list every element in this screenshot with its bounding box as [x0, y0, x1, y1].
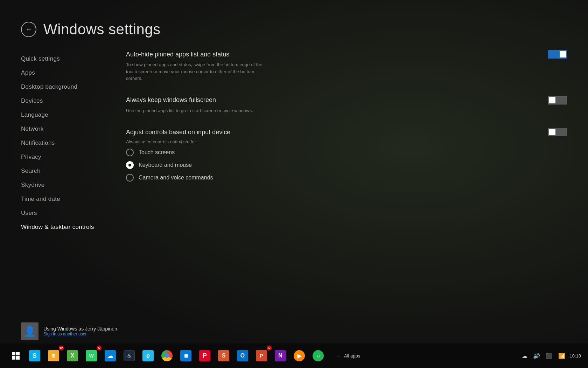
taskbar-onenote[interactable]: N	[272, 347, 289, 364]
taskbar-skype[interactable]: S	[26, 347, 43, 364]
taskbar-spotify[interactable]: ♫	[309, 347, 327, 364]
fullscreen-desc: Use the pinned apps list to go to start …	[126, 107, 266, 114]
skype-icon: S	[29, 350, 40, 361]
adjust-controls-title: Adjust controls based on input device	[126, 129, 230, 136]
adjust-controls-toggle-thumb	[549, 129, 555, 135]
outlook-icon: O	[237, 350, 248, 361]
taskbar-slides[interactable]: S	[215, 347, 232, 364]
radio-keyboard-label: Keyboard and mouse	[139, 162, 192, 168]
taskbar-vlc[interactable]: ▶	[290, 347, 308, 364]
auto-hide-setting: Auto-hide pinned apps list and status To…	[126, 50, 567, 82]
taskbar-store[interactable]: ⊞ 12	[45, 347, 62, 364]
all-apps-icon: ⋯	[336, 353, 342, 359]
page-title: Windows settings	[43, 21, 161, 38]
radio-touch-screens[interactable]: Touch screens	[126, 149, 567, 156]
sidebar-item-window-taskbar[interactable]: Window & taskbar controls	[21, 220, 119, 234]
radio-keyboard-mouse[interactable]: Keyboard and mouse	[126, 161, 567, 169]
taskbar: S ⊞ 12 X W 5 ☁ ♨ e ▦ P	[0, 343, 588, 368]
powerpoint-badge: 5	[267, 346, 272, 350]
taskbar-whatsapp[interactable]: W 5	[83, 347, 100, 364]
avatar: 👤	[21, 322, 38, 340]
sidebar-item-network[interactable]: Network	[21, 122, 119, 136]
radio-touch-circle	[126, 149, 134, 156]
radio-camera-voice[interactable]: Camera and voice commands	[126, 174, 567, 182]
taskbar-pinterest[interactable]: P	[196, 347, 214, 364]
vlc-icon: ▶	[294, 350, 305, 361]
network-icon[interactable]: 📶	[557, 351, 567, 361]
taskbar-steam[interactable]: ♨	[120, 347, 138, 364]
radio-camera-circle	[126, 174, 134, 182]
sidebar-item-privacy[interactable]: Privacy	[21, 150, 119, 164]
header: ← Windows settings	[0, 0, 588, 48]
taskbar-xbox[interactable]: X	[64, 347, 81, 364]
taskbar-calendar[interactable]: ▦	[177, 347, 195, 364]
ie-icon: e	[142, 350, 154, 361]
main-layout: Quick settings Apps Desktop background D…	[0, 48, 588, 368]
fullscreen-header: Always keep windows fullscreen	[126, 96, 567, 104]
back-icon: ←	[26, 26, 32, 33]
radio-touch-label: Touch screens	[139, 149, 175, 156]
adjust-controls-header: Adjust controls based on input device	[126, 128, 567, 136]
fullscreen-toggle[interactable]	[548, 96, 567, 104]
adjust-controls-toggle[interactable]	[548, 128, 567, 136]
taskbar-right: ☁ 🔊 ⬛ 📶 10:18	[520, 351, 581, 361]
radio-camera-label: Camera and voice commands	[139, 175, 213, 181]
user-name: Using Windows as Jerry Jäppinen	[43, 326, 117, 332]
pinterest-icon: P	[199, 350, 210, 361]
powerpoint-icon: P	[256, 350, 267, 361]
slides-icon: S	[218, 350, 229, 361]
sidebar-item-quick-settings[interactable]: Quick settings	[21, 52, 119, 66]
whatsapp-icon: W	[86, 350, 97, 361]
taskbar-onedrive[interactable]: ☁	[102, 347, 119, 364]
start-button[interactable]	[7, 347, 24, 364]
taskbar-outlook[interactable]: O	[234, 347, 251, 364]
sidebar-item-search[interactable]: Search	[21, 164, 119, 178]
back-button[interactable]: ←	[21, 22, 36, 37]
steam-icon: ♨	[124, 350, 135, 361]
input-device-radio-group: Touch screens Keyboard and mouse Camera …	[126, 149, 567, 182]
sidebar-item-users[interactable]: Users	[21, 206, 119, 220]
windows-logo	[12, 352, 20, 360]
xbox-icon: X	[67, 350, 78, 361]
sign-in-link[interactable]: Sign in as another user	[43, 332, 117, 336]
auto-hide-desc: To show pinned apps and status, swipe fr…	[126, 61, 266, 82]
adjust-controls-sub-label: Always used controls optimized for	[126, 139, 567, 144]
clock: 10:18	[569, 353, 581, 359]
all-apps-button[interactable]: ⋯ All apps	[333, 350, 364, 361]
sidebar-item-devices[interactable]: Devices	[21, 94, 119, 108]
sidebar: Quick settings Apps Desktop background D…	[21, 48, 119, 368]
sidebar-item-language[interactable]: Language	[21, 108, 119, 122]
all-apps-label: All apps	[344, 353, 360, 359]
auto-hide-title: Auto-hide pinned apps list and status	[126, 51, 229, 58]
user-info: Using Windows as Jerry Jäppinen Sign in …	[43, 326, 117, 336]
calendar-icon: ▦	[180, 350, 191, 361]
spotify-icon: ♫	[313, 350, 324, 361]
main-content: Auto-hide pinned apps list and status To…	[119, 48, 567, 368]
taskbar-ie[interactable]: e	[139, 347, 157, 364]
auto-hide-toggle[interactable]	[548, 50, 567, 59]
chrome-icon	[161, 350, 173, 361]
radio-keyboard-circle	[126, 161, 134, 169]
whatsapp-badge: 5	[97, 346, 102, 350]
onenote-icon: N	[275, 350, 286, 361]
fullscreen-title: Always keep windows fullscreen	[126, 96, 216, 104]
store-badge: 12	[59, 346, 64, 350]
volume-icon[interactable]: 🔊	[532, 351, 541, 361]
taskbar-powerpoint[interactable]: P 5	[253, 347, 270, 364]
fullscreen-setting: Always keep windows fullscreen Use the p…	[126, 96, 567, 114]
taskbar-chrome[interactable]	[158, 347, 176, 364]
sidebar-item-desktop-background[interactable]: Desktop background	[21, 80, 119, 94]
taskbar-separator	[330, 350, 330, 361]
sidebar-item-apps[interactable]: Apps	[21, 66, 119, 80]
sidebar-item-notifications[interactable]: Notifications	[21, 136, 119, 150]
user-section: 👤 Using Windows as Jerry Jäppinen Sign i…	[21, 322, 117, 340]
onedrive-icon: ☁	[105, 350, 116, 361]
cloud-icon[interactable]: ☁	[520, 351, 529, 361]
fullscreen-toggle-thumb	[549, 97, 555, 103]
sidebar-item-time-and-date[interactable]: Time and date	[21, 192, 119, 206]
adjust-controls-setting: Adjust controls based on input device Al…	[126, 128, 567, 182]
auto-hide-header: Auto-hide pinned apps list and status	[126, 50, 567, 59]
sidebar-item-skydrive[interactable]: Skydrive	[21, 178, 119, 192]
display-icon[interactable]: ⬛	[544, 351, 554, 361]
store-icon: ⊞	[48, 350, 59, 361]
